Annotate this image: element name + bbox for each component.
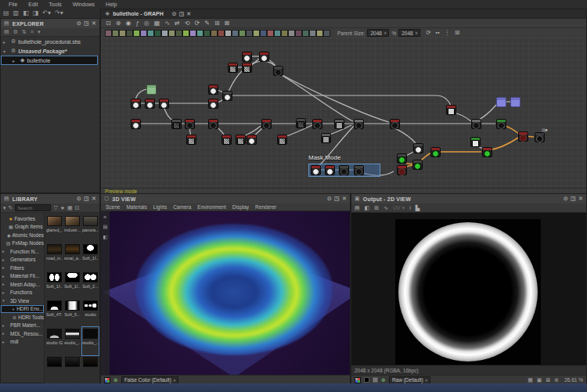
palette-swatch[interactable] (168, 30, 175, 37)
tile-icon[interactable]: ▦ (528, 376, 533, 384)
palette-swatch[interactable] (147, 30, 154, 37)
graph-node[interactable] (535, 132, 545, 142)
graph-node[interactable] (397, 165, 407, 175)
graph-node[interactable] (446, 105, 456, 115)
close-icon[interactable]: ✕ (186, 11, 191, 16)
menu-display[interactable]: Display (232, 204, 249, 210)
graph-node[interactable] (208, 85, 218, 95)
raw-mode-select[interactable]: Raw (Default)▾ (389, 376, 430, 384)
library-item[interactable]: ▸Material Fil... (1, 272, 44, 281)
graph-node[interactable] (311, 165, 321, 175)
edit-icon[interactable]: ✎ (9, 204, 13, 212)
dual-view-icon[interactable]: ▪▪ (435, 29, 439, 37)
menu-environment[interactable]: Environment (197, 204, 226, 210)
library-thumb[interactable]: panora... (82, 214, 99, 243)
graph-node[interactable] (242, 63, 252, 73)
search-input[interactable] (15, 204, 51, 211)
palette-swatch[interactable] (274, 30, 281, 37)
pin-icon[interactable]: ⊙ (327, 196, 332, 201)
link-icon[interactable]: ⚙ (13, 28, 18, 36)
graph-node[interactable] (354, 165, 364, 175)
copy-icon[interactable]: ⊞ (374, 204, 379, 212)
palette-swatch[interactable] (126, 30, 133, 37)
palette-swatch[interactable] (140, 30, 147, 37)
library-item[interactable]: ▸Filters (1, 264, 44, 272)
graph-node[interactable] (471, 119, 481, 129)
menu-lights[interactable]: Lights (153, 204, 167, 210)
library-thumb[interactable]: Soft_5... (64, 299, 81, 327)
parent-height-select[interactable]: 2048▾ (398, 29, 420, 37)
menu-item-help[interactable]: Help (100, 2, 122, 7)
expand-arrow-icon[interactable]: ▸ (2, 290, 7, 295)
library-item[interactable]: ◐HDRI Env... (1, 305, 44, 314)
graph-node[interactable] (261, 119, 272, 129)
view2d-viewport[interactable] (351, 213, 586, 365)
library-item[interactable]: ★Favorites (1, 214, 44, 223)
false-color-select[interactable]: False Color (Default)▾ (121, 376, 178, 384)
undo-icon[interactable]: ↶▾ (42, 9, 51, 17)
palette-swatch[interactable] (133, 30, 140, 37)
library-thumb[interactable]: studio (82, 299, 99, 327)
menu-icon[interactable]: ≡ (104, 214, 107, 220)
graph-node[interactable] (334, 119, 344, 129)
palette-swatch[interactable] (246, 30, 253, 37)
pin-icon[interactable]: ⊙ (564, 196, 568, 201)
pin-icon[interactable]: ⊙ (172, 11, 177, 16)
palette-swatch[interactable] (175, 30, 182, 37)
palette-swatch[interactable] (288, 30, 295, 37)
graph-node[interactable] (510, 97, 520, 107)
palette-swatch[interactable] (267, 30, 274, 37)
palette-swatch[interactable] (203, 30, 211, 37)
graph-node[interactable] (247, 135, 257, 145)
graph-node[interactable] (482, 147, 492, 157)
explorer-item[interactable]: ▸⚙bullethole_procedural.sbs (1, 37, 99, 46)
expand-icon[interactable]: ⊠ (455, 29, 459, 37)
graph-canvas[interactable]: Mask Mode (101, 38, 586, 188)
background-gray-icon[interactable] (373, 377, 378, 383)
expand-arrow-icon[interactable]: ▾ (2, 298, 7, 303)
new-package-icon[interactable]: ▤ (4, 28, 9, 36)
graph-node[interactable] (186, 135, 196, 145)
graph-node[interactable] (412, 160, 423, 170)
filter-dropdown-icon[interactable]: ▾ (38, 28, 41, 36)
view3d-viewport[interactable]: ≡▤◧ (101, 211, 350, 375)
library-item[interactable]: ▸PBR Materi... (1, 322, 44, 330)
expand-arrow-icon[interactable]: ▾ (3, 49, 9, 54)
open-file-icon[interactable]: ▥ (13, 9, 20, 17)
gamut-icon[interactable]: ⊛ (381, 377, 386, 383)
palette-swatch[interactable] (295, 30, 302, 37)
move-up-icon[interactable]: ⇅ (22, 28, 27, 36)
display-icon[interactable]: ⊛ (113, 377, 118, 383)
palette-swatch[interactable] (154, 30, 161, 37)
palette-swatch[interactable] (189, 30, 196, 37)
palette-swatch[interactable] (182, 30, 189, 37)
expand-arrow-icon[interactable]: ▸ (13, 58, 18, 63)
library-thumb[interactable] (46, 355, 63, 383)
palette-swatch[interactable] (232, 30, 239, 37)
palette-swatch[interactable] (316, 30, 323, 37)
graph-node[interactable] (145, 99, 155, 109)
close-icon[interactable]: ✕ (342, 196, 347, 201)
fit-icon[interactable]: ▣ (537, 376, 542, 384)
library-item[interactable]: ▾3D View (1, 297, 44, 305)
library-thumb[interactable] (82, 355, 99, 383)
palette-swatch[interactable] (302, 30, 309, 37)
palette-swatch[interactable] (260, 30, 267, 37)
info-icon[interactable]: i (409, 204, 411, 212)
palette-swatch[interactable] (309, 30, 316, 37)
expand-arrow-icon[interactable]: ▸ (2, 249, 7, 254)
expand-arrow-icon[interactable]: ▸ (2, 282, 7, 286)
library-item[interactable]: ▦Graph Items (1, 223, 44, 232)
library-item[interactable]: ▸Functions (1, 289, 44, 297)
more-icon[interactable]: ⋮ (445, 29, 451, 37)
palette-swatch[interactable] (196, 30, 203, 37)
histogram-icon[interactable]: ▙ (416, 204, 420, 212)
expand-arrow-icon[interactable]: ▸ (3, 39, 9, 45)
palette-swatch[interactable] (281, 30, 288, 37)
channels-icon[interactable] (355, 377, 361, 383)
graph-node[interactable] (518, 131, 528, 142)
graph-node[interactable] (242, 52, 252, 62)
grid-view-icon[interactable]: ▦ (67, 204, 73, 212)
link-icon[interactable]: ∿ (384, 204, 388, 212)
graph-node[interactable] (321, 133, 331, 143)
